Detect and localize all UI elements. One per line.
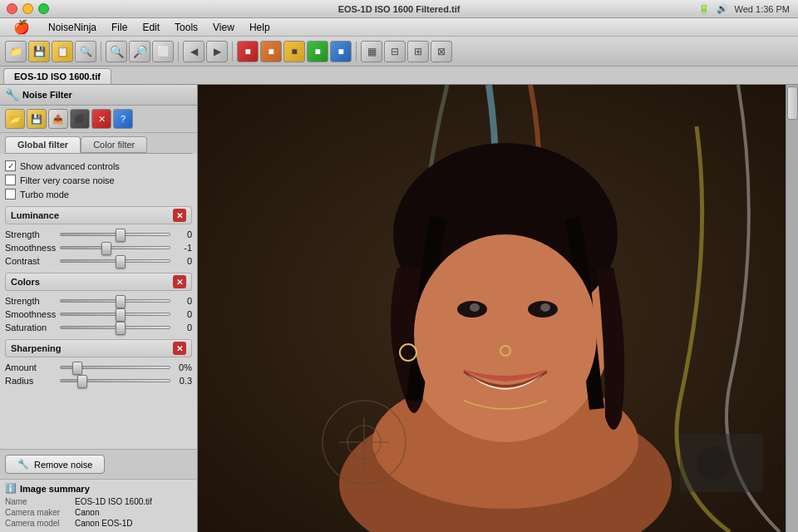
right-content xyxy=(198,85,798,532)
checkbox-turbo-label: Turbo mode xyxy=(20,190,69,200)
luminance-strength-row: Strength 0 xyxy=(5,228,192,241)
toolbar-blue[interactable]: ■ xyxy=(330,41,352,62)
sharpening-radius-label: Radius xyxy=(5,376,57,386)
colors-smoothness-value: 0 xyxy=(174,309,192,319)
section-luminance-close[interactable]: ✕ xyxy=(173,209,186,222)
luminance-strength-thumb[interactable] xyxy=(116,229,126,242)
toolbar-zoom-out[interactable]: 🔍 xyxy=(106,41,127,62)
toolbar-green[interactable]: ■ xyxy=(307,41,328,62)
luminance-strength-value: 0 xyxy=(174,229,192,239)
luminance-contrast-value: 0 xyxy=(174,256,192,266)
toolbar-btn-3[interactable]: 📋 xyxy=(52,41,73,62)
luminance-contrast-thumb[interactable] xyxy=(116,255,126,268)
checkbox-advanced[interactable] xyxy=(5,160,16,171)
svg-point-10 xyxy=(540,303,550,312)
tab-main[interactable]: EOS-1D ISO 1600.tif xyxy=(3,68,111,84)
summary-title: ℹ️ Image summary xyxy=(5,483,192,494)
toolbar-btn-4[interactable]: 🔍 xyxy=(75,41,96,62)
panel-icon-delete[interactable]: ✕ xyxy=(91,109,111,129)
toolbar-separator-2 xyxy=(178,42,179,62)
section-sharpening-title: Sharpening xyxy=(11,343,62,353)
menu-noiseninja[interactable]: NoiseNinja xyxy=(42,20,103,35)
panel-title: Noise Filter xyxy=(22,90,192,100)
scrollbar-thumb[interactable] xyxy=(787,86,798,120)
luminance-smoothness-value: -1 xyxy=(174,243,192,253)
window-title: EOS-1D ISO 1600 Filtered.tif xyxy=(338,4,461,14)
apple-menu[interactable]: 🍎 xyxy=(7,17,37,37)
panel-icon-color[interactable]: ⬛ xyxy=(70,109,90,129)
luminance-strength-track[interactable] xyxy=(60,229,170,239)
colors-smoothness-thumb[interactable] xyxy=(116,308,126,322)
toolbar-yellow[interactable]: ■ xyxy=(283,41,305,62)
sharpening-amount-thumb[interactable] xyxy=(72,362,82,375)
toolbar-layout-4[interactable]: ⊠ xyxy=(431,41,452,62)
colors-saturation-track[interactable] xyxy=(60,323,170,332)
luminance-smoothness-label: Smoothness xyxy=(5,243,57,253)
toolbar-red[interactable]: ■ xyxy=(237,41,259,62)
panel-icon-save[interactable]: 💾 xyxy=(27,109,47,129)
menu-help[interactable]: Help xyxy=(243,20,277,35)
summary-key-model: Camera model xyxy=(5,519,71,528)
svg-point-9 xyxy=(470,303,480,312)
toolbar-orange[interactable]: ■ xyxy=(260,41,282,62)
checkbox-turbo[interactable] xyxy=(5,189,16,200)
summary-val-maker: Canon xyxy=(75,508,99,517)
menu-tools[interactable]: Tools xyxy=(168,20,204,35)
section-sharpening-close[interactable]: ✕ xyxy=(173,342,186,355)
toolbar-back[interactable]: ◀ xyxy=(183,41,204,62)
luminance-smoothness-track[interactable] xyxy=(60,243,170,253)
tab-global-filter[interactable]: Global filter xyxy=(5,136,81,153)
section-sharpening-header: Sharpening ✕ xyxy=(5,339,192,357)
menu-file[interactable]: File xyxy=(105,20,134,35)
close-button[interactable] xyxy=(7,3,17,14)
panel-icon-info[interactable]: ? xyxy=(113,109,133,129)
sharpening-amount-value: 0% xyxy=(174,362,192,372)
menu-view[interactable]: View xyxy=(206,20,241,35)
summary-row-model: Camera model Canon EOS-1D xyxy=(5,518,192,529)
minimize-button[interactable] xyxy=(22,3,33,14)
summary-row-name: Name EOS-1D ISO 1600.tif xyxy=(5,496,192,507)
maximize-button[interactable] xyxy=(38,3,49,14)
svg-point-18 xyxy=(697,446,730,480)
checkbox-coarse[interactable] xyxy=(5,175,16,185)
remove-noise-label: Remove noise xyxy=(34,460,92,470)
summary-key-maker: Camera maker xyxy=(5,508,71,517)
toolbar-layout-3[interactable]: ⊞ xyxy=(407,41,429,62)
volume-icon: 🔊 xyxy=(717,3,728,14)
toolbar-forward[interactable]: ▶ xyxy=(206,41,228,62)
toolbar-layout-1[interactable]: ▦ xyxy=(361,41,382,62)
sharpening-amount-track[interactable] xyxy=(60,362,170,372)
clock: Wed 1:36 PM xyxy=(735,4,790,14)
battery-icon: 🔋 xyxy=(698,3,710,14)
window-controls[interactable] xyxy=(7,3,49,14)
vertical-scrollbar[interactable] xyxy=(786,85,798,532)
colors-strength-track[interactable] xyxy=(60,296,170,306)
colors-saturation-thumb[interactable] xyxy=(116,322,126,335)
colors-saturation-label: Saturation xyxy=(5,323,57,332)
luminance-smoothness-thumb[interactable] xyxy=(101,242,111,255)
luminance-contrast-track[interactable] xyxy=(60,256,170,266)
panel-icon-export[interactable]: 📤 xyxy=(48,109,68,129)
colors-strength-row: Strength 0 xyxy=(5,294,192,308)
section-luminance-header: Luminance ✕ xyxy=(5,206,192,224)
sharpening-radius-value: 0.3 xyxy=(174,376,192,386)
summary-key-name: Name xyxy=(5,497,71,506)
toolbar-separator-3 xyxy=(232,42,233,62)
tab-color-filter[interactable]: Color filter xyxy=(81,136,147,153)
menu-edit[interactable]: Edit xyxy=(135,20,166,35)
sharpening-radius-track[interactable] xyxy=(60,376,170,386)
toolbar-zoom-in[interactable]: 🔎 xyxy=(129,41,150,62)
remove-noise-button[interactable]: 🔧 Remove noise xyxy=(5,455,105,474)
toolbar-btn-2[interactable]: 💾 xyxy=(28,41,50,62)
section-colors-close[interactable]: ✕ xyxy=(173,275,186,288)
panel-icon-open[interactable]: 📂 xyxy=(5,109,25,129)
toolbar-fit[interactable]: ⬜ xyxy=(152,41,174,62)
controls-area: Show advanced controls Filter very coars… xyxy=(0,154,197,449)
colors-saturation-row: Saturation 0 xyxy=(5,321,192,334)
toolbar-btn-1[interactable]: 📁 xyxy=(5,41,27,62)
colors-smoothness-label: Smoothness xyxy=(5,309,57,319)
colors-smoothness-track[interactable] xyxy=(60,309,170,319)
toolbar-layout-2[interactable]: ⊟ xyxy=(384,41,406,62)
sharpening-radius-thumb[interactable] xyxy=(77,375,87,388)
colors-strength-thumb[interactable] xyxy=(116,295,126,308)
